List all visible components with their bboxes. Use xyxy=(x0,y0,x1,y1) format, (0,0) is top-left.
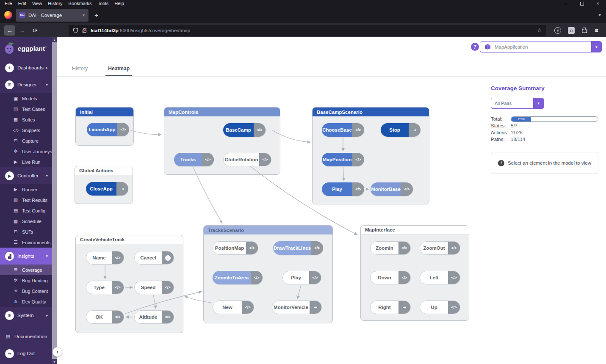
coverage-icon: ≣ xyxy=(13,267,19,273)
node-name[interactable]: Name</> xyxy=(86,251,124,265)
node-new[interactable]: New</> xyxy=(213,301,254,314)
bookmark-star-icon[interactable]: ☆ xyxy=(537,27,542,33)
sidebar-item-test-config[interactable]: ▤Test Config xyxy=(0,205,52,216)
sidebar-item-dev-quality[interactable]: ⋔Dev Quality xyxy=(0,296,52,307)
insecure-lock-icon[interactable] xyxy=(82,28,87,33)
node-monitorbase[interactable]: MonitorBase</> xyxy=(371,182,413,196)
node-globerotation[interactable]: GlobeRotation</> xyxy=(223,153,271,166)
node-launchapp[interactable]: LaunchApp</> xyxy=(87,123,129,136)
sidebar-item-bug-content[interactable]: ✳Bug Content xyxy=(0,286,52,296)
node-positionmap[interactable]: PositionMap</> xyxy=(213,241,258,255)
menu-view[interactable]: View xyxy=(29,1,45,6)
pocket-icon[interactable]: ∨ xyxy=(554,27,561,34)
node-left[interactable]: Left</> xyxy=(420,271,460,284)
tab-history[interactable]: History xyxy=(69,66,90,76)
node-speed[interactable]: Speed</> xyxy=(134,281,174,294)
extensions-puzzle-icon[interactable] xyxy=(581,27,588,33)
minimize-button[interactable]: – xyxy=(564,1,567,6)
sidebar-item-models[interactable]: ▣Models xyxy=(0,93,52,104)
menu-file[interactable]: File xyxy=(2,1,15,6)
user-journeys-icon: ✥ xyxy=(13,149,19,154)
environments-icon: ☰ xyxy=(13,240,19,245)
sidebar-item-documentation[interactable]: ▤Documentation xyxy=(0,328,52,345)
node-right[interactable]: Right⇥ xyxy=(370,301,411,314)
sidebar-item-system[interactable]: ⚙System▸ xyxy=(0,307,52,324)
node-play[interactable]: Play</> xyxy=(282,271,321,284)
sidebar-item-snippets[interactable]: </>Snippets xyxy=(0,125,52,135)
sidebar-item-test-cases[interactable]: ▤Test Cases xyxy=(0,104,52,114)
firefox-icon[interactable] xyxy=(4,11,12,19)
sidebar-item-bug-hunting[interactable]: ✲Bug Hunting xyxy=(0,275,52,286)
app-selector-dropdown[interactable]: MapApplication ▾ xyxy=(480,41,602,52)
scroll-up-icon[interactable]: ▲ xyxy=(52,37,57,42)
pairs-filter-caret-icon[interactable]: ▾ xyxy=(533,98,544,109)
node-type[interactable]: Type</> xyxy=(86,281,124,294)
sidebar-item-suites[interactable]: ▦Suites xyxy=(0,114,52,125)
menu-hamburger-icon[interactable]: ≡ xyxy=(595,27,598,34)
list-tabs-caret-icon[interactable]: ▾ xyxy=(598,12,601,18)
node-zoomin[interactable]: ZoomIn</> xyxy=(370,241,411,255)
sidebar-item-insights[interactable]: ▟Insights▾ xyxy=(0,248,52,265)
sidebar-item-designer[interactable]: ⊞Designer▾ xyxy=(0,76,52,93)
url-bar[interactable]: 5cd114bd3p:8000/insights/coverage/heatma… xyxy=(69,25,546,36)
node-monitorvehicle[interactable]: MonitorVehicle⇥ xyxy=(272,301,322,314)
tab-heatmap[interactable]: Heatmap xyxy=(105,66,132,76)
menu-history[interactable]: History xyxy=(45,1,65,6)
node-closeapp[interactable]: CloseApp⇥ xyxy=(86,182,128,196)
menu-edit[interactable]: Edit xyxy=(15,1,29,6)
sidebar-item-schedule[interactable]: ▦Schedule xyxy=(0,216,52,226)
sidebar-item-user-journeys[interactable]: ✥User Journeys xyxy=(0,146,52,157)
bug-hunting-icon: ✲ xyxy=(13,278,19,283)
menu-bookmarks[interactable]: Bookmarks xyxy=(66,1,95,6)
sidebar-item-environments[interactable]: ☰Environments xyxy=(0,237,52,248)
eggplant-logo: eggplant™ xyxy=(0,37,52,59)
sidebar-item-dashboards[interactable]: ✈Dashboards▸ xyxy=(0,59,52,76)
node-cancel[interactable]: Cancel← xyxy=(134,251,174,265)
reload-button[interactable]: ⟳ xyxy=(30,25,41,36)
tab-close-icon[interactable]: × xyxy=(82,12,85,18)
app-selector-caret-icon[interactable]: ▾ xyxy=(591,41,602,52)
close-button[interactable]: × xyxy=(597,1,599,6)
sidebar-item-suts[interactable]: ⊡SUTs xyxy=(0,226,52,237)
sidebar-item-live-run[interactable]: ▶Live Run xyxy=(0,157,52,167)
scroll-down-icon[interactable]: ▼ xyxy=(52,359,57,364)
extension-n-icon[interactable]: n xyxy=(568,27,575,34)
node-zoomintoarea[interactable]: ZoomInToArea</> xyxy=(213,271,263,284)
node-altitude[interactable]: Altitude</> xyxy=(134,310,174,324)
help-icon[interactable]: ? xyxy=(471,43,479,51)
forward-button[interactable]: → xyxy=(17,25,28,36)
node-up[interactable]: Up</> xyxy=(420,301,460,314)
group-header: MapInterface xyxy=(361,226,469,234)
node-basecamp[interactable]: BaseCamp</> xyxy=(223,123,266,137)
shield-icon[interactable] xyxy=(73,28,78,33)
node-zoomout[interactable]: ZoomOut</> xyxy=(420,241,460,255)
sidebar-collapse-button[interactable]: ‹ xyxy=(53,347,62,357)
new-tab-button[interactable]: + xyxy=(94,11,98,19)
node-down[interactable]: Down</> xyxy=(370,271,411,284)
sidebar-scrollbar[interactable]: ▲ ▼ xyxy=(52,37,57,364)
sidebar-item-coverage[interactable]: ≣Coverage xyxy=(0,265,52,275)
pairs-filter-dropdown[interactable]: All Pairs ▾ xyxy=(491,98,544,109)
stat-row-actions-: Actions:11/28 xyxy=(491,129,598,136)
sidebar-item-runner[interactable]: ▶Runner xyxy=(0,184,52,195)
node-mapposition[interactable]: MapPosition</> xyxy=(322,153,364,166)
menu-help[interactable]: Help xyxy=(111,1,127,6)
controller-icon: ▶ xyxy=(5,171,14,180)
sidebar-item-capture[interactable]: ⊡Capture xyxy=(0,135,52,146)
node-tracks[interactable]: Tracks</> xyxy=(174,153,214,166)
sidebar-item-test-results[interactable]: ▥Test Results xyxy=(0,195,52,205)
model-canvas[interactable]: InitialGlobal ActionsMapControlsBaseCamp… xyxy=(57,77,483,364)
node-choosebase[interactable]: ChooseBase</> xyxy=(322,123,364,137)
group-header: CreateVehicleTrack xyxy=(76,235,183,244)
node-stop[interactable]: Stop⇥ xyxy=(381,123,421,137)
browser-tab[interactable]: DAI DAI - Coverage × xyxy=(16,9,89,22)
maximize-button[interactable] xyxy=(580,2,584,6)
node-play[interactable]: Play</> xyxy=(322,182,364,196)
menu-tools[interactable]: Tools xyxy=(95,1,112,6)
node-ok[interactable]: OK</> xyxy=(86,310,124,324)
back-button[interactable]: ← xyxy=(4,25,15,36)
sidebar-item-controller[interactable]: ▶Controller▾ xyxy=(0,167,52,184)
sidebar-item-log-out[interactable]: ↪Log Out xyxy=(0,345,52,362)
node-drawtracklines[interactable]: DrawTrackLines</> xyxy=(273,241,323,255)
code-icon: </> xyxy=(398,242,410,254)
